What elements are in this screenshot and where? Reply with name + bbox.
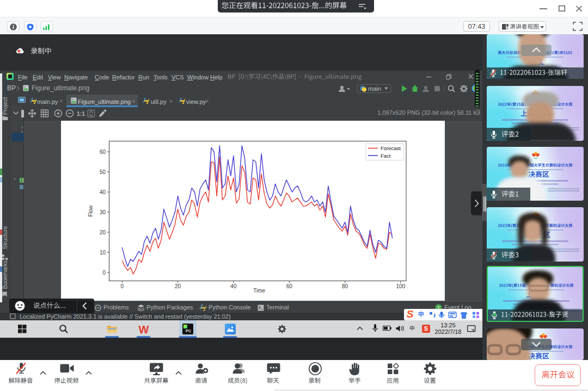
svg-text:Fact: Fact [381, 153, 391, 159]
svg-text:20: 20 [175, 283, 181, 289]
svg-text:Flow: Flow [88, 205, 94, 217]
svg-text:100: 100 [396, 283, 406, 289]
svg-text:50: 50 [100, 169, 106, 175]
svg-text:30: 30 [100, 209, 106, 215]
svg-text:60: 60 [286, 283, 293, 289]
svg-text:Time: Time [253, 288, 265, 294]
svg-text:1:1: 1:1 [77, 110, 85, 117]
svg-text:0: 0 [121, 283, 124, 289]
svg-text:10: 10 [100, 250, 106, 256]
svg-text:40: 40 [230, 283, 237, 289]
svg-text:main: main [368, 85, 381, 92]
svg-text:20: 20 [100, 229, 106, 235]
svg-text:80: 80 [342, 283, 348, 289]
svg-text:40: 40 [100, 189, 106, 195]
svg-text:Forecast: Forecast [381, 145, 401, 151]
svg-text:0: 0 [102, 270, 106, 276]
svg-text:60: 60 [100, 149, 106, 155]
